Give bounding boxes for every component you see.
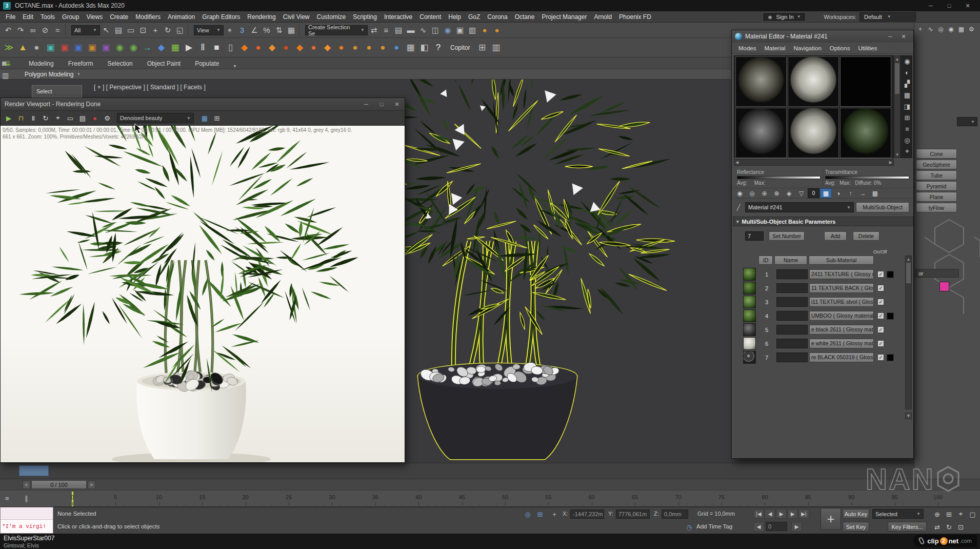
- render-iterative-icon[interactable]: ●: [491, 24, 503, 36]
- material-editor-scrollbar[interactable]: ▲: [905, 256, 912, 409]
- material-editor-menu-item[interactable]: Utilities: [854, 45, 881, 51]
- previous-frame-icon[interactable]: ◀: [753, 522, 764, 532]
- ribbon-tab[interactable]: Freeform: [61, 58, 101, 69]
- scroll-down-icon[interactable]: ▼: [905, 413, 912, 419]
- arrow-teal-icon[interactable]: →: [141, 41, 154, 54]
- sample-tiling-icon[interactable]: ▦: [902, 89, 913, 101]
- material-editor-menu-item[interactable]: Navigation: [790, 45, 825, 51]
- submaterial-column-header[interactable]: Sub-Material: [809, 256, 874, 265]
- expand-icon[interactable]: ⊞: [211, 112, 223, 124]
- next-key-button[interactable]: ▶: [787, 509, 798, 519]
- sub-material-enabled-checkbox[interactable]: ✓: [877, 340, 884, 347]
- set-keys-button[interactable]: +: [821, 508, 841, 530]
- snap-toggle-icon[interactable]: 3: [236, 24, 248, 36]
- material-editor-titlebar[interactable]: Material Editor - Material #241 ─✕: [732, 30, 913, 43]
- modify-tab-icon[interactable]: ∿: [926, 24, 935, 34]
- menu-item[interactable]: Interactive: [381, 13, 416, 21]
- select-by-name-icon[interactable]: ▤: [112, 24, 125, 36]
- selection-filter-dropdown[interactable]: All▼: [71, 25, 100, 35]
- previous-frame-button[interactable]: <: [23, 481, 30, 489]
- pan-icon[interactable]: ⇄: [931, 522, 943, 532]
- maximize-viewport-icon[interactable]: ⊡: [955, 522, 967, 532]
- selection-region-icon[interactable]: ▭: [125, 24, 137, 36]
- menu-item[interactable]: Animation: [164, 13, 198, 21]
- go-to-parent-icon[interactable]: ↑: [845, 188, 856, 198]
- reset-map-icon[interactable]: ⊗: [771, 188, 783, 198]
- sphere-green2-icon[interactable]: ◉: [127, 41, 141, 54]
- menu-item[interactable]: GoZ: [465, 13, 484, 21]
- object-type-button[interactable]: Plane: [916, 192, 957, 202]
- selection-lock-icon[interactable]: ⊞: [535, 509, 545, 519]
- menu-item[interactable]: Octane: [511, 13, 538, 21]
- delete-button[interactable]: Delete: [853, 231, 879, 241]
- record-icon[interactable]: ●: [89, 112, 101, 124]
- add-time-tag[interactable]: Add Time Tag: [696, 523, 732, 530]
- kettle-blue-icon[interactable]: ●: [390, 41, 404, 54]
- viewport-label[interactable]: [ + ] [ Perspective ] [ Standard ] [ Fac…: [94, 84, 206, 91]
- sub-material-name-field[interactable]: [776, 311, 808, 321]
- ribbon-toggle-icon[interactable]: ▬: [405, 24, 417, 36]
- select-scale-icon[interactable]: ◱: [174, 24, 186, 36]
- macro-recorder-pane[interactable]: [1, 507, 53, 520]
- teapot-icon-2[interactable]: ●: [362, 41, 376, 54]
- film-icon[interactable]: ▤: [76, 112, 89, 124]
- sub-material-name-field[interactable]: [776, 339, 808, 348]
- pause-icon[interactable]: Ⅱ: [27, 112, 39, 124]
- sign-in-dropdown[interactable]: ☻ Sign In ▼: [763, 12, 806, 22]
- cube-amber-icon[interactable]: ▣: [85, 41, 99, 54]
- mirror-icon[interactable]: ⇄: [368, 24, 380, 36]
- name-column-header[interactable]: Name: [774, 256, 807, 265]
- close-button[interactable]: ✕: [897, 33, 910, 40]
- sub-material-thumbnail[interactable]: [743, 268, 756, 281]
- add-button[interactable]: Add: [824, 231, 847, 241]
- primitive-category-dropdown-fragment[interactable]: ▼: [957, 117, 977, 126]
- menu-item[interactable]: Views: [83, 13, 106, 21]
- menu-item[interactable]: Phoenix FD: [615, 13, 655, 21]
- object-type-button[interactable]: Cone: [916, 149, 957, 159]
- use-pivot-icon[interactable]: ⌖: [224, 24, 236, 36]
- next-frame-button[interactable]: >: [88, 481, 95, 489]
- track-bar[interactable]: ≡ ∥ 051015202530354045505560657075808590…: [0, 490, 980, 507]
- sample-slot-2[interactable]: [788, 56, 839, 107]
- tool-grid-icon[interactable]: ▦: [404, 41, 417, 54]
- percent-snap-icon[interactable]: %: [261, 24, 273, 36]
- polygon-modeling-tab[interactable]: Polygon Modeling: [25, 71, 73, 78]
- restart-icon[interactable]: ↻: [39, 112, 52, 124]
- sub-material-enabled-checkbox[interactable]: ✓: [877, 299, 884, 305]
- octane-flame-icon-7[interactable]: ◆: [321, 41, 334, 54]
- material-editor-menu-item[interactable]: Material: [761, 45, 789, 51]
- isolate-selection-icon[interactable]: ◎: [523, 509, 532, 519]
- sub-material-thumbnail[interactable]: [743, 282, 756, 295]
- sub-material-name-field[interactable]: [776, 297, 808, 307]
- menu-item[interactable]: Create: [106, 13, 132, 21]
- menu-item[interactable]: Graph Editors: [198, 13, 244, 21]
- sub-material-color-swatch[interactable]: [887, 312, 894, 320]
- align-icon[interactable]: ≡: [380, 24, 392, 36]
- mini-curve-editor-icon[interactable]: ∥: [25, 495, 28, 502]
- menu-item[interactable]: Rendering: [244, 13, 279, 21]
- multi-sub-object-rollout[interactable]: ▾ Multi/Sub-Object Basic Parameters: [733, 217, 913, 226]
- copitor-paste-icon[interactable]: ▥: [489, 41, 503, 54]
- menu-item[interactable]: Content: [416, 13, 445, 21]
- sub-material-name-field[interactable]: [776, 283, 808, 293]
- menu-item[interactable]: Modifiers: [132, 13, 164, 21]
- material-editor-icon[interactable]: ◉: [442, 24, 454, 36]
- pause-icon[interactable]: Ⅱ: [196, 41, 210, 54]
- select-dialog-fragment[interactable]: Select: [32, 85, 82, 97]
- object-type-button[interactable]: tyFlow: [916, 203, 957, 212]
- material-editor-menu-item[interactable]: Modes: [735, 45, 760, 51]
- sub-material-thumbnail[interactable]: [743, 337, 756, 350]
- sample-type-icon[interactable]: ◉: [902, 55, 913, 67]
- minimize-button[interactable]: ─: [922, 0, 940, 11]
- y-coordinate-field[interactable]: 7776,061m: [616, 509, 650, 519]
- ribbon-tab[interactable]: Selection: [100, 58, 139, 69]
- grid-green-icon[interactable]: ▦: [168, 41, 182, 54]
- sub-material-thumbnail[interactable]: [743, 323, 756, 336]
- grid-blue-icon[interactable]: ▦: [198, 112, 211, 124]
- cube-purple-icon[interactable]: ▣: [99, 41, 113, 54]
- color-check-icon[interactable]: ◨: [902, 101, 913, 112]
- transform-typein-icon[interactable]: +: [550, 509, 559, 519]
- sample-slot-4[interactable]: [735, 108, 787, 158]
- cube-blue-icon[interactable]: ▣: [71, 41, 85, 54]
- maximize-button[interactable]: □: [374, 98, 389, 110]
